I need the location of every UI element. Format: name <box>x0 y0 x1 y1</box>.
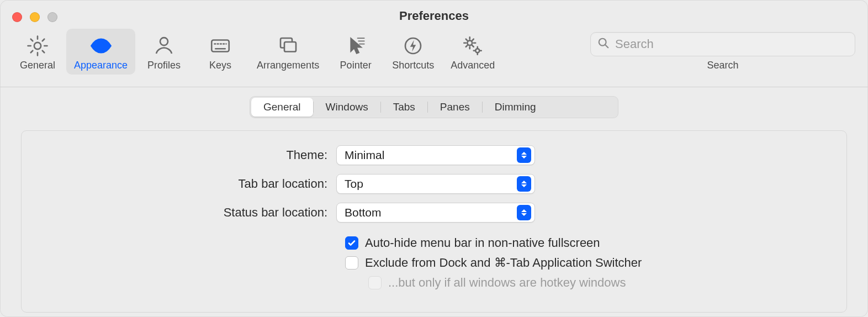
toolbar-item-arrangements[interactable]: Arrangements <box>249 29 327 75</box>
keyboard-icon <box>209 33 232 59</box>
subtab-segmented-control: General Windows Tabs Panes Dimming <box>250 96 618 118</box>
toolbar-label: Pointer <box>340 60 372 71</box>
tabbar-value: Top <box>345 177 517 191</box>
pointer-icon <box>344 33 367 59</box>
windows-stack-icon <box>277 33 300 59</box>
statusbar-row: Status bar location: Bottom <box>38 203 830 223</box>
person-icon <box>152 33 176 59</box>
search-icon <box>597 37 610 51</box>
svg-point-8 <box>475 49 479 52</box>
svg-rect-5 <box>284 42 296 52</box>
statusbar-label: Status bar location: <box>38 205 336 220</box>
theme-select[interactable]: Minimal <box>336 145 535 165</box>
tabbar-row: Tab bar location: Top <box>38 174 830 194</box>
tabbar-label: Tab bar location: <box>38 177 336 191</box>
select-stepper-icon <box>517 205 531 220</box>
tabbar-select[interactable]: Top <box>336 174 535 194</box>
toolbar-label: Shortcuts <box>392 60 434 71</box>
select-stepper-icon <box>517 147 531 163</box>
preferences-window: Preferences General Appearance <box>0 0 868 317</box>
statusbar-select[interactable]: Bottom <box>336 203 535 223</box>
subtab-tabs[interactable]: Tabs <box>381 98 427 117</box>
eye-icon <box>89 33 113 59</box>
toolbar-label: Keys <box>209 60 231 71</box>
select-stepper-icon <box>517 176 531 192</box>
subtab-dimming[interactable]: Dimming <box>483 98 548 117</box>
subtab-general[interactable]: General <box>251 98 313 117</box>
autohide-checkbox[interactable] <box>345 236 358 250</box>
toolbar-item-profiles[interactable]: Profiles <box>136 29 192 75</box>
toolbar: General Appearance Profiles <box>0 29 868 87</box>
subtab-panes[interactable]: Panes <box>428 98 482 117</box>
toolbar-label: Arrangements <box>257 60 319 71</box>
search-input[interactable] <box>615 37 848 51</box>
svg-point-1 <box>98 43 104 49</box>
autohide-row: Auto-hide menu bar in non-native fullscr… <box>345 236 830 250</box>
gears-icon <box>461 33 484 59</box>
search-field-wrapper[interactable] <box>590 32 855 56</box>
subtab-windows[interactable]: Windows <box>314 98 380 117</box>
svg-point-2 <box>160 38 168 45</box>
toolbar-item-shortcuts[interactable]: Shortcuts <box>384 29 442 75</box>
titlebar: Preferences <box>0 0 868 29</box>
only-hotkey-row: ...but only if all windows are hotkey wi… <box>368 276 830 290</box>
svg-point-0 <box>34 43 41 49</box>
svg-point-7 <box>468 40 473 45</box>
toolbar-search-stack: Search <box>588 29 858 71</box>
search-label: Search <box>707 60 738 71</box>
exclude-dock-checkbox[interactable] <box>345 256 358 270</box>
toolbar-item-advanced[interactable]: Advanced <box>443 29 502 75</box>
toolbar-label: Appearance <box>74 60 128 71</box>
only-hotkey-checkbox <box>368 276 382 289</box>
toolbar-label: General <box>20 60 55 71</box>
toolbar-item-appearance[interactable]: Appearance <box>66 29 135 75</box>
exclude-dock-row: Exclude from Dock and ⌘-Tab Application … <box>345 256 830 270</box>
toolbar-item-keys[interactable]: Keys <box>193 29 248 75</box>
settings-panel: Theme: Minimal Tab bar location: Top <box>21 130 847 313</box>
theme-label: Theme: <box>38 148 336 162</box>
exclude-dock-label: Exclude from Dock and ⌘-Tab Application … <box>365 256 642 270</box>
only-hotkey-label: ...but only if all windows are hotkey wi… <box>388 276 626 290</box>
content-area: General Windows Tabs Panes Dimming Theme… <box>0 87 868 317</box>
bolt-circle-icon <box>401 33 425 59</box>
toolbar-label: Profiles <box>147 60 181 71</box>
statusbar-value: Bottom <box>345 206 517 219</box>
window-title: Preferences <box>0 9 868 23</box>
gear-icon <box>26 33 49 59</box>
toolbar-item-general[interactable]: General <box>10 29 65 75</box>
autohide-label: Auto-hide menu bar in non-native fullscr… <box>365 236 600 250</box>
theme-row: Theme: Minimal <box>38 145 830 165</box>
toolbar-label: Advanced <box>451 60 495 71</box>
svg-rect-3 <box>211 40 229 52</box>
toolbar-item-pointer[interactable]: Pointer <box>328 29 383 75</box>
theme-value: Minimal <box>345 149 517 162</box>
